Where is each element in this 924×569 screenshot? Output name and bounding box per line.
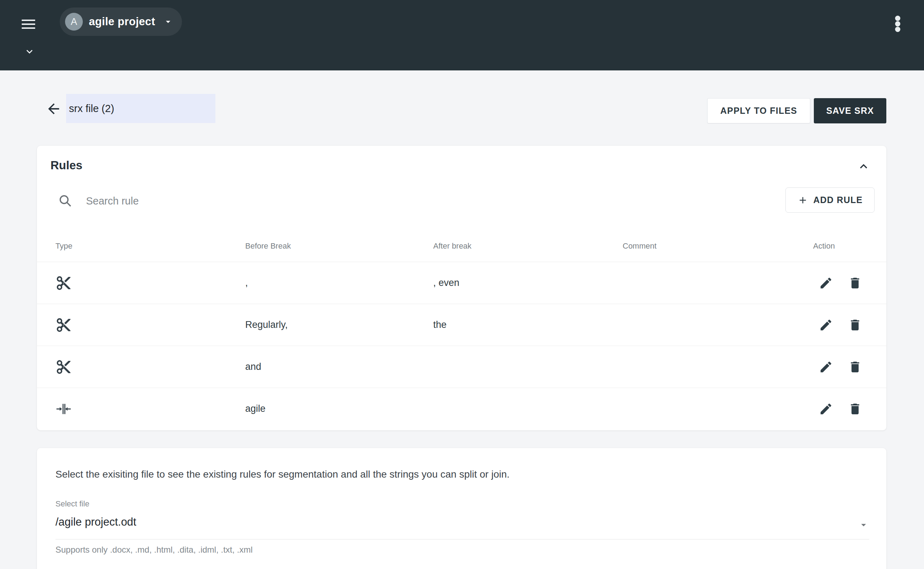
delete-rule-icon[interactable]: [847, 275, 863, 291]
top-app-bar: A agile project: [0, 0, 924, 70]
edit-rule-icon[interactable]: [818, 359, 834, 375]
column-header-comment: Comment: [623, 242, 813, 251]
column-header-after-break: After break: [433, 242, 623, 251]
delete-rule-icon[interactable]: [847, 317, 863, 333]
project-avatar-letter: A: [71, 16, 77, 27]
table-header-row: Type Before Break After break Comment Ac…: [37, 230, 886, 262]
project-name: agile project: [89, 15, 155, 28]
expand-panel-chevron-icon[interactable]: [23, 46, 35, 58]
after-break-cell: , even: [433, 277, 623, 288]
before-break-cell: ,: [245, 277, 433, 288]
save-srx-button[interactable]: SAVE SRX: [814, 98, 886, 123]
table-row: , , even: [37, 262, 886, 304]
dropdown-caret-icon: [858, 519, 869, 531]
scissors-icon: [55, 359, 245, 375]
page-title: srx file (2): [69, 103, 114, 114]
search-icon: [58, 193, 73, 208]
file-select-card: Select the exisiting file to see the exi…: [37, 448, 886, 569]
edit-rule-icon[interactable]: [818, 275, 834, 291]
selected-file-value: /agile project.odt: [55, 516, 136, 528]
chevron-down-icon: [163, 16, 173, 27]
project-avatar: A: [65, 13, 83, 30]
edit-rule-icon[interactable]: [818, 317, 834, 333]
rules-card: Rules ADD RULE Type Before Break After b…: [37, 146, 886, 430]
after-break-cell: the: [433, 319, 623, 330]
project-switcher[interactable]: A agile project: [60, 8, 182, 36]
column-header-type: Type: [55, 242, 245, 251]
collapse-chevron-up-icon[interactable]: [856, 159, 871, 173]
column-header-action: Action: [813, 242, 886, 251]
table-row: and: [37, 346, 886, 388]
back-arrow-icon[interactable]: [46, 100, 62, 117]
add-rule-button[interactable]: ADD RULE: [785, 187, 875, 213]
column-header-before-break: Before Break: [245, 242, 433, 251]
table-row: Regularly, the: [37, 304, 886, 346]
page-title-highlight: srx file (2): [66, 94, 215, 123]
join-icon: [55, 401, 245, 417]
rules-table: Type Before Break After break Comment Ac…: [37, 230, 886, 430]
before-break-cell: Regularly,: [245, 319, 433, 330]
search-rule-input[interactable]: [86, 191, 406, 210]
file-card-description: Select the exisiting file to see the exi…: [55, 469, 510, 480]
scissors-icon: [55, 275, 245, 291]
select-file-label: Select file: [55, 499, 89, 508]
file-select-dropdown[interactable]: /agile project.odt: [55, 511, 869, 540]
select-underline: [55, 539, 869, 540]
scissors-icon: [55, 317, 245, 333]
delete-rule-icon[interactable]: [847, 401, 863, 417]
before-break-cell: agile: [245, 403, 433, 414]
supported-formats-helper: Supports only .docx, .md, .html, .dita, …: [55, 545, 253, 555]
more-options-icon[interactable]: [894, 14, 902, 33]
menu-icon[interactable]: [22, 20, 35, 29]
apply-to-files-button[interactable]: APPLY TO FILES: [707, 98, 810, 123]
before-break-cell: and: [245, 361, 433, 372]
edit-rule-icon[interactable]: [818, 401, 834, 417]
delete-rule-icon[interactable]: [847, 359, 863, 375]
add-rule-label: ADD RULE: [813, 195, 863, 205]
plus-icon: [798, 195, 808, 205]
rules-card-title: Rules: [50, 158, 82, 172]
table-row: agile: [37, 388, 886, 430]
